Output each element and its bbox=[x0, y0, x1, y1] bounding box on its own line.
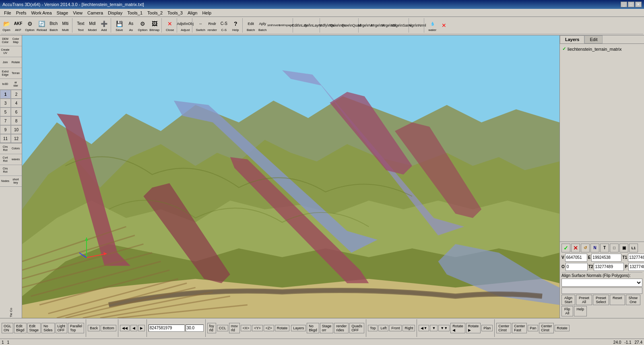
nodes-tool[interactable]: Nodes bbox=[0, 176, 10, 186]
num-3[interactable]: 3 bbox=[0, 99, 11, 107]
rotate-tool[interactable]: Rotate bbox=[10, 57, 21, 68]
save-button[interactable]: 💾Save bbox=[114, 18, 125, 33]
join-tool[interactable]: Join bbox=[0, 57, 10, 68]
no-sides-btn[interactable]: NoSides bbox=[41, 323, 55, 333]
center-cinst-btn[interactable]: CenterCinst bbox=[496, 323, 511, 333]
light-off-btn[interactable]: LightOFF bbox=[56, 323, 68, 333]
num-1[interactable]: 1 bbox=[0, 90, 11, 99]
rotate-btn-sb[interactable]: Rotate bbox=[275, 325, 290, 331]
num-7[interactable]: 7 bbox=[0, 116, 11, 125]
preset-select-btn[interactable]: PresetSelect bbox=[593, 295, 609, 305]
x-icon-button[interactable]: ✕ bbox=[438, 18, 450, 33]
menu-tools1[interactable]: Tools_1 bbox=[125, 10, 145, 16]
zoom-out-btn[interactable]: ◀◀ bbox=[120, 325, 130, 331]
menu-align[interactable]: Align bbox=[185, 10, 200, 16]
3d-viewport[interactable] bbox=[22, 35, 559, 318]
menu-workarea[interactable]: Work Area bbox=[29, 10, 54, 16]
add-button[interactable]: ➕Add bbox=[98, 18, 109, 33]
dem-color-tool[interactable]: DEMColor bbox=[0, 35, 10, 46]
box-btn[interactable]: □ bbox=[610, 244, 619, 252]
quads-off-btn[interactable]: QuadsOFF bbox=[349, 323, 364, 333]
num-9[interactable]: 9 bbox=[0, 125, 11, 134]
edit-batch-button[interactable]: EditBatch bbox=[245, 18, 256, 33]
layer-item[interactable]: ✓ liechtenstein_terrain_matrix bbox=[561, 45, 642, 52]
plan-btn[interactable]: Plan bbox=[481, 325, 493, 331]
edit-bkgd-btn[interactable]: EditBkgd bbox=[14, 323, 27, 333]
p-field[interactable] bbox=[628, 263, 644, 271]
v-field[interactable] bbox=[565, 254, 587, 262]
rotate-right-btn[interactable]: Rotate▶ bbox=[466, 323, 481, 333]
align-start-btn[interactable]: AlignStart bbox=[561, 295, 575, 305]
reset-btn[interactable]: Reset bbox=[610, 295, 625, 305]
extrude-tool[interactable]: ExtrdEdge bbox=[0, 68, 10, 79]
menu-help[interactable]: Help bbox=[200, 10, 214, 16]
flip-all-btn[interactable]: FlipAll bbox=[561, 306, 573, 316]
open-button[interactable]: 📂Open bbox=[1, 18, 12, 33]
parallel-top-btn[interactable]: ParallelTop bbox=[68, 323, 84, 333]
adjust-object-button[interactable]: Adjst\nObjAdjust bbox=[180, 18, 191, 33]
cs-button[interactable]: C-SC-S bbox=[218, 18, 229, 33]
check-green-btn[interactable]: ✓ bbox=[561, 244, 570, 252]
z-ctrl-btn[interactable]: <Z> bbox=[264, 325, 274, 331]
render-rides-btn[interactable]: renderrides bbox=[334, 323, 349, 333]
l1-btn[interactable]: L1 bbox=[629, 244, 638, 252]
option-button[interactable]: ⚙Option bbox=[24, 18, 35, 33]
color-map-tool[interactable]: ColorMap bbox=[10, 35, 21, 46]
water-light-check-button[interactable]: 💧water bbox=[427, 18, 438, 33]
menu-tools3[interactable]: Tools_3 bbox=[165, 10, 185, 16]
n-btn[interactable]: N bbox=[590, 244, 599, 252]
arstar-tool[interactable]: arstar bbox=[10, 79, 21, 89]
terrain-tool[interactable]: Terran bbox=[10, 68, 21, 79]
select-layers-button[interactable]: Sel\nLayrs bbox=[307, 18, 318, 33]
o-field[interactable] bbox=[566, 263, 588, 271]
num-12[interactable]: 12 bbox=[11, 134, 22, 143]
ogl-on-btn[interactable]: OGLON bbox=[2, 323, 13, 333]
free-quad-button[interactable]: Free\nQuad bbox=[346, 18, 357, 33]
num-8[interactable]: 8 bbox=[11, 116, 22, 125]
text-button[interactable]: TextText bbox=[75, 18, 86, 33]
split-btn[interactable]: ▣ bbox=[619, 244, 628, 252]
apply-batch-button[interactable]: AplyBatch bbox=[257, 18, 268, 33]
create-uv-tool[interactable]: CreateUV bbox=[0, 46, 10, 57]
colors-rotate2-tool[interactable]: ClrsRot bbox=[0, 165, 10, 176]
zoom-in5-btn[interactable]: ▼▼ bbox=[438, 325, 450, 331]
save-option-button[interactable]: ⚙Option bbox=[137, 18, 148, 33]
menu-file[interactable]: File bbox=[2, 10, 14, 16]
center-fast-btn[interactable]: CenterFast bbox=[512, 323, 527, 333]
close-button[interactable]: ✕Close bbox=[164, 18, 175, 33]
bottom-btn-sb[interactable]: Bottom bbox=[101, 325, 116, 331]
help-btn[interactable]: Help bbox=[574, 306, 587, 316]
center-cinst2-btn[interactable]: CenterCinst bbox=[539, 323, 554, 333]
bitmap-button[interactable]: 🖼Bitmap bbox=[149, 18, 160, 33]
menu-display[interactable]: Display bbox=[105, 10, 125, 16]
menu-stage[interactable]: Stage bbox=[54, 10, 71, 16]
batch-button[interactable]: BtchBatch bbox=[48, 18, 59, 33]
front-btn[interactable]: Front bbox=[389, 325, 402, 331]
e-field[interactable] bbox=[591, 254, 621, 262]
zoom-input[interactable] bbox=[186, 324, 204, 332]
rotate2-btn[interactable]: Rotate bbox=[555, 325, 570, 331]
num-4[interactable]: 4 bbox=[11, 99, 22, 107]
arrows-btn[interactable]: ↺ bbox=[581, 244, 590, 252]
t2-field[interactable] bbox=[594, 263, 624, 271]
reload-button[interactable]: 🔄Reload bbox=[36, 18, 47, 33]
foyrld-btn[interactable]: foyrld bbox=[207, 323, 216, 333]
menu-prefs[interactable]: Prefs bbox=[14, 10, 29, 16]
minimize-btn[interactable]: _ bbox=[621, 2, 627, 7]
waves-tool[interactable]: waves bbox=[10, 154, 21, 165]
menu-tools2[interactable]: Tools_2 bbox=[145, 10, 165, 16]
right-view-btn[interactable]: Right bbox=[402, 325, 415, 331]
close-btn[interactable]: ✕ bbox=[635, 2, 642, 7]
num-11[interactable]: 11 bbox=[0, 134, 11, 143]
menu-camera[interactable]: Camera bbox=[85, 10, 105, 16]
edit-stage-btn[interactable]: EditStage bbox=[27, 323, 41, 333]
merge-same-button[interactable]: Mrge\nSame bbox=[396, 18, 407, 33]
x-red-btn[interactable]: ✕ bbox=[571, 244, 580, 252]
num-10[interactable]: 10 bbox=[11, 125, 22, 134]
zoom-in-btn[interactable]: ◀ bbox=[130, 325, 137, 331]
stage-orr-btn[interactable]: Stageorr bbox=[320, 323, 334, 333]
show-one-btn[interactable]: ShowOne bbox=[626, 295, 641, 305]
top-btn[interactable]: Top bbox=[368, 325, 378, 331]
colors-rotate-tool[interactable]: ClrsRot bbox=[0, 143, 10, 154]
movrld-btn[interactable]: movrld bbox=[229, 323, 240, 333]
